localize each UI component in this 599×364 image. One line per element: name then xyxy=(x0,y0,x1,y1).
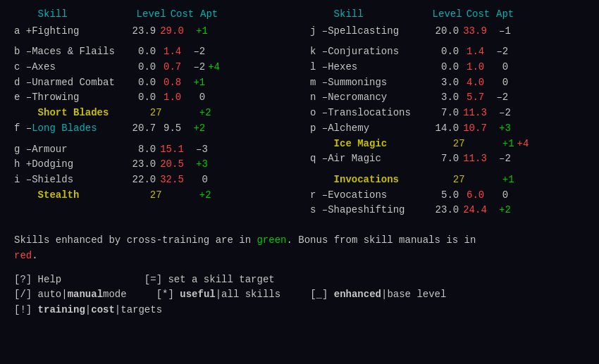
skill-row-alchemy[interactable]: p – Alchemy 14.0 10.7 +3 xyxy=(310,121,599,137)
cmd-label-targets: targets xyxy=(121,303,162,318)
skill-name: Air Magic xyxy=(328,151,433,167)
skill-apt: +1 xyxy=(185,75,205,91)
row-key: l – xyxy=(310,60,328,75)
skill-level: 23.0 xyxy=(130,157,160,172)
skill-row-armour[interactable]: g – Armour 8.0 15.1 –3 xyxy=(14,142,310,158)
right-header: Skill Level Cost Apt xyxy=(310,7,599,23)
footer-note-text-3: . xyxy=(32,250,37,261)
divider xyxy=(310,39,599,44)
divider xyxy=(14,39,310,44)
skill-name: Axes xyxy=(32,60,130,75)
skill-cost: 0.7 xyxy=(160,60,185,75)
skill-cost: 29.0 xyxy=(160,24,188,39)
cmd-label-mode: mode xyxy=(103,287,156,303)
skill-apt: +3 xyxy=(188,157,208,172)
row-key: j – xyxy=(310,24,328,39)
skill-cost: 20.5 xyxy=(160,157,188,172)
skill-row-evocations[interactable]: r – Evocations 5.0 6.0 0 xyxy=(310,188,599,203)
left-header: Skill Level Cost Apt xyxy=(14,7,310,23)
cmd-sep-3: | xyxy=(381,287,387,303)
row-key: o – xyxy=(310,106,328,121)
skill-row-long-blades[interactable]: f – Long Blades 20.7 9.5 +2 xyxy=(14,121,310,137)
row-key: r – xyxy=(310,188,328,203)
footer-cmd-row-3: [!] training | cost | targets xyxy=(14,303,585,318)
skills-table: Skill Level Cost Apt a + Fighting 23.9 2… xyxy=(14,7,585,218)
skill-cost: 1.0 xyxy=(463,60,488,75)
cmd-sep-1: | xyxy=(61,287,67,303)
skill-row-fighting[interactable]: a + Fighting 23.9 29.0 +1 xyxy=(14,24,310,39)
skill-row-summonings[interactable]: m – Summonings 3.0 4.0 0 xyxy=(310,75,599,91)
skill-name: Short Blades xyxy=(38,106,137,121)
skill-row-shields[interactable]: i – Shields 22.0 32.5 0 xyxy=(14,172,310,188)
left-apt-header: Apt xyxy=(198,7,218,23)
skill-name: Throwing xyxy=(32,90,130,106)
skill-apt: 0 xyxy=(188,172,208,188)
skill-row-necromancy[interactable]: n – Necromancy 3.0 5.7 –2 xyxy=(310,90,599,106)
skill-cost: 5.7 xyxy=(463,90,488,106)
row-key: h + xyxy=(14,157,32,172)
row-key: a + xyxy=(14,24,32,39)
cmd-key-useful: [*] xyxy=(156,287,180,303)
skill-row-throwing[interactable]: e – Throwing 0.0 1.0 0 xyxy=(14,90,310,106)
skill-row-invocations[interactable]: Invocations 27 +1 xyxy=(310,172,599,188)
footer-note-text-2: . Bonus from skill manuals is in xyxy=(286,234,476,246)
right-cost-header: Cost xyxy=(467,7,495,23)
skill-level: 5.0 xyxy=(433,188,463,203)
skill-cost: 9.5 xyxy=(160,121,185,137)
skill-apt: 0 xyxy=(488,188,508,203)
skill-cost: 1.0 xyxy=(160,90,185,106)
skill-row-unarmed[interactable]: d – Unarmed Combat 0.0 0.8 +1 xyxy=(14,75,310,91)
row-key: e – xyxy=(14,90,32,106)
skill-apt: +2 xyxy=(185,121,205,137)
cmd-label-useful: useful xyxy=(180,287,215,303)
right-skill-header: Skill xyxy=(334,7,433,23)
skill-apt: 0 xyxy=(185,90,205,106)
skill-level: 0.0 xyxy=(433,44,463,60)
cmd-key-mode: [/] xyxy=(14,287,38,303)
skill-row-air-magic[interactable]: q – Air Magic 7.0 11.3 –2 xyxy=(310,151,599,167)
row-key: c – xyxy=(14,60,32,75)
skill-row-spellcasting[interactable]: j – Spellcasting 20.0 33.9 –1 xyxy=(310,24,599,39)
skill-level: 0.0 xyxy=(433,60,463,75)
left-cost-header: Cost xyxy=(171,7,199,23)
skill-row-conjurations[interactable]: k – Conjurations 0.0 1.4 –2 xyxy=(310,44,599,60)
skill-apt: 0 xyxy=(488,60,508,75)
skill-apt: 0 xyxy=(488,75,508,91)
skill-row-hexes[interactable]: l – Hexes 0.0 1.0 0 xyxy=(310,60,599,75)
cmd-label-auto: auto xyxy=(38,287,62,303)
cmd-label-target: set a skill target xyxy=(168,272,274,288)
skill-level: 27 xyxy=(440,172,469,188)
row-key xyxy=(14,188,38,203)
skill-cost: 33.9 xyxy=(463,24,491,39)
skill-row-translocations[interactable]: o – Translocations 7.0 11.3 –2 xyxy=(310,106,599,121)
cmd-spacer xyxy=(280,287,310,303)
skill-apt: –3 xyxy=(188,142,208,158)
skill-level: 23.0 xyxy=(433,203,463,218)
skill-row-axes[interactable]: c – Axes 0.0 0.7 –2 +4 xyxy=(14,60,310,75)
skill-apt: +2 xyxy=(192,188,211,203)
skill-apt: +1 xyxy=(495,172,514,188)
skill-level: 8.0 xyxy=(130,142,160,158)
skill-level: 3.0 xyxy=(433,75,463,91)
skill-name: Spellcasting xyxy=(328,24,433,39)
skill-level: 27 xyxy=(137,188,166,203)
skill-apt: –2 xyxy=(488,44,508,60)
skill-name: Armour xyxy=(32,142,130,158)
cmd-label-help: Help xyxy=(38,272,144,288)
skill-level: 27 xyxy=(440,137,469,152)
right-key-header xyxy=(310,7,334,23)
skill-row-ice-magic[interactable]: Ice Magic 27 +1 +4 xyxy=(310,137,599,152)
skill-name: Shields xyxy=(32,172,130,188)
skill-row-stealth[interactable]: Stealth 27 +2 xyxy=(14,188,310,203)
skill-row-short-blades[interactable]: Short Blades 27 +2 xyxy=(14,106,310,121)
skill-row-maces[interactable]: b – Maces & Flails 0.0 1.4 –2 xyxy=(14,44,310,60)
divider xyxy=(14,137,310,142)
row-key: f – xyxy=(14,121,32,137)
skill-apt: –2 xyxy=(185,44,205,60)
skill-row-shapeshifting[interactable]: s – Shapeshifting 23.0 24.4 +2 xyxy=(310,203,599,218)
cmd-sep-5: | xyxy=(115,303,121,318)
cmd-label-training: training xyxy=(38,303,85,318)
skill-row-dodging[interactable]: h + Dodging 23.0 20.5 +3 xyxy=(14,157,310,172)
left-level-header: Level xyxy=(137,7,171,23)
row-key: m – xyxy=(310,75,328,91)
